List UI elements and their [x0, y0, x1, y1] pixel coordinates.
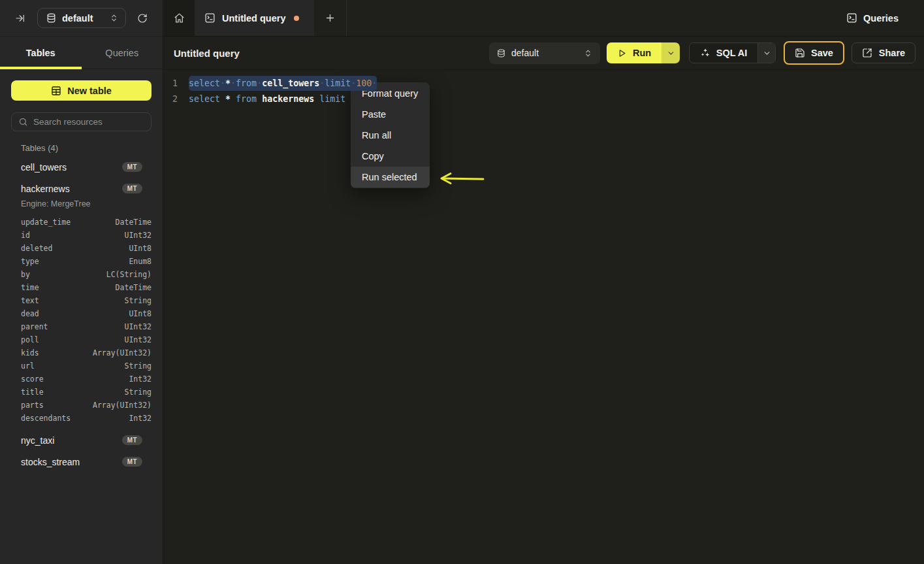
menu-item-run-all[interactable]: Run all [351, 125, 430, 146]
column-name: update_time [21, 218, 71, 227]
share-label: Share [879, 48, 905, 58]
column-type: Int32 [129, 374, 151, 384]
database-icon [497, 49, 505, 58]
column-row[interactable]: descendants Int32 [21, 412, 151, 425]
database-selector-value: default [62, 13, 93, 24]
column-row[interactable]: url String [21, 359, 151, 373]
column-name: text [21, 296, 39, 305]
column-row[interactable]: text String [21, 294, 151, 307]
collapse-sidebar-button[interactable] [12, 10, 28, 26]
share-button[interactable]: Share [852, 42, 916, 63]
column-name: parts [21, 401, 44, 410]
table-row[interactable]: cell_towers MT [21, 156, 151, 178]
code-token: limit [325, 78, 351, 88]
column-row[interactable]: deleted UInt8 [21, 242, 151, 255]
new-table-button[interactable]: New table [11, 80, 151, 101]
column-type: UInt8 [129, 244, 151, 253]
code-token: from [236, 78, 257, 88]
tab-queries[interactable]: Queries [82, 37, 163, 69]
chevron-down-icon [763, 49, 771, 58]
code-token: limit [319, 94, 345, 104]
column-type: LC(String) [106, 270, 151, 279]
column-row[interactable]: kids Array(UInt32) [21, 346, 151, 359]
code-line-1: 1 select·*·from·cell_towers·limit·100· [164, 76, 924, 91]
column-type: UInt32 [124, 335, 151, 344]
column-type: Array(UInt32) [93, 401, 151, 410]
menu-item-copy[interactable]: Copy [351, 146, 430, 167]
code-token: select [189, 94, 220, 104]
table-icon [51, 86, 61, 96]
database-selector[interactable]: default [37, 8, 126, 28]
column-name: by [21, 270, 30, 279]
new-table-label: New table [67, 86, 112, 96]
queries-top-label: Queries [863, 13, 899, 24]
save-icon [795, 48, 805, 58]
column-row[interactable]: dead UInt8 [21, 307, 151, 320]
engine-badge: MT [122, 184, 142, 193]
code-token: · [372, 78, 377, 88]
selection-highlight: select·*·from·cell_towers·limit·100· [189, 76, 377, 91]
code-token [231, 94, 236, 104]
run-options-button[interactable] [661, 42, 680, 63]
topbar-left: default [0, 0, 163, 37]
code-token: cell_towers [262, 78, 319, 88]
column-row[interactable]: parts Array(UInt32) [21, 399, 151, 412]
tables-section-label: Tables (4) [21, 143, 151, 155]
line-number: 2 [164, 91, 178, 107]
toolbar-database-value: default [511, 48, 539, 58]
table-row[interactable]: hackernews MT [21, 178, 151, 199]
run-label: Run [633, 48, 651, 58]
code-token: * [225, 78, 231, 88]
column-row[interactable]: id UInt32 [21, 229, 151, 242]
toolbar-database-selector[interactable]: default [489, 42, 600, 64]
active-tab-underline [0, 67, 82, 69]
column-row[interactable]: by LC(String) [21, 268, 151, 281]
tab-strip: Untitled query Queries [164, 0, 924, 37]
column-row[interactable]: type Enum8 [21, 255, 151, 268]
save-label: Save [811, 48, 833, 58]
plus-icon [325, 12, 336, 24]
refresh-button[interactable] [135, 10, 150, 26]
column-type: UInt8 [129, 309, 151, 318]
terminal-queries-icon [846, 12, 857, 24]
sql-ai-options-button[interactable] [757, 43, 775, 63]
column-row[interactable]: parent UInt32 [21, 320, 151, 333]
queries-top-button[interactable]: Queries [846, 0, 899, 36]
column-type: UInt32 [124, 322, 151, 331]
code-token: * [225, 94, 231, 104]
table-row[interactable]: nyc_taxi MT [21, 429, 151, 451]
search-input[interactable]: Search resources [11, 112, 151, 131]
save-button[interactable]: Save [784, 41, 844, 65]
table-row[interactable]: stocks_stream MT [21, 451, 151, 473]
column-row[interactable]: score Int32 [21, 373, 151, 386]
sql-editor[interactable]: Format query Paste Run all Copy Run sele… [164, 70, 924, 564]
code-token: select [189, 78, 220, 88]
column-list: update_time DateTime id UInt32 deleted U… [21, 216, 151, 425]
code-token: · [220, 78, 225, 88]
column-row[interactable]: update_time DateTime [21, 216, 151, 229]
column-type: Array(UInt32) [93, 348, 151, 357]
sparkles-icon [700, 48, 710, 58]
unsaved-dot [294, 16, 299, 21]
tab-label: Untitled query [222, 13, 285, 24]
app-root: default Tables Queries New table Search … [0, 0, 924, 564]
column-row[interactable]: poll UInt32 [21, 333, 151, 346]
terminal-tab-icon [204, 12, 215, 24]
column-name: kids [21, 348, 39, 357]
column-type: DateTime [116, 283, 151, 292]
column-row[interactable]: title String [21, 386, 151, 399]
line-number: 1 [164, 76, 178, 91]
column-name: descendants [21, 414, 71, 423]
code-line-2: 2 select * from hackernews limit [164, 91, 924, 107]
sql-ai-button[interactable]: SQL AI [690, 43, 757, 63]
run-button[interactable]: Run [607, 42, 661, 63]
tab-tables[interactable]: Tables [0, 37, 82, 69]
tab-untitled-query[interactable]: Untitled query [195, 0, 314, 36]
home-icon [174, 12, 185, 24]
home-tab[interactable] [164, 0, 195, 36]
new-tab-button[interactable] [325, 12, 336, 24]
menu-item-run-selected[interactable]: Run selected [351, 167, 430, 188]
column-row[interactable]: time DateTime [21, 281, 151, 294]
column-type: String [124, 296, 151, 305]
toolbar-actions: default Run SQL AI [489, 41, 916, 65]
